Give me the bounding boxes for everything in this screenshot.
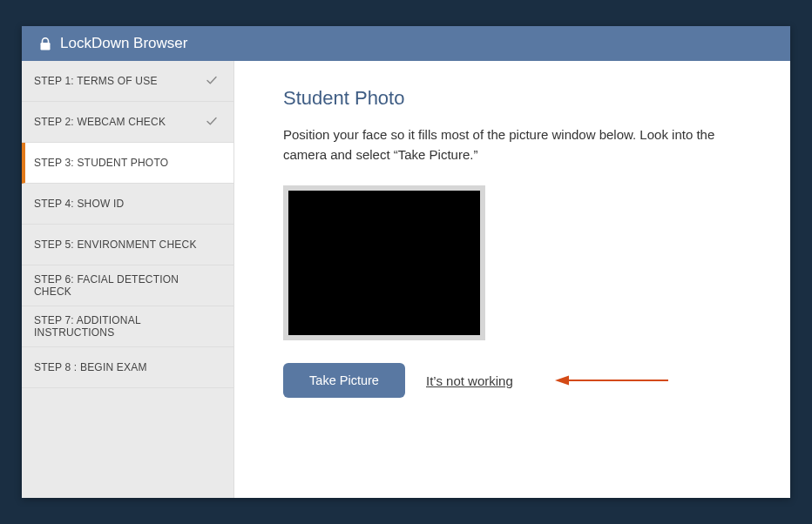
- camera-preview: [288, 191, 480, 335]
- sidebar-item-label: STEP 7: ADDITIONAL INSTRUCTIONS: [34, 314, 218, 339]
- sidebar: STEP 1: TERMS OF USE STEP 2: WEBCAM CHEC…: [22, 61, 234, 498]
- instructions-text: Position your face so it fills most of t…: [283, 125, 736, 165]
- sidebar-item-label: STEP 6: FACIAL DETECTION CHECK: [34, 273, 218, 298]
- sidebar-item-label: STEP 2: WEBCAM CHECK: [34, 116, 166, 128]
- app-window: LockDown Browser STEP 1: TERMS OF USE ST…: [22, 26, 790, 498]
- title-bar: LockDown Browser: [22, 26, 790, 61]
- sidebar-item-label: STEP 4: SHOW ID: [34, 198, 124, 210]
- check-icon: [206, 74, 218, 89]
- take-picture-button[interactable]: Take Picture: [283, 363, 405, 398]
- sidebar-item-label: STEP 3: STUDENT PHOTO: [34, 157, 168, 169]
- sidebar-item-step-2[interactable]: STEP 2: WEBCAM CHECK: [22, 102, 233, 143]
- arrow-annotation-icon: [553, 374, 671, 386]
- svg-marker-2: [555, 376, 569, 386]
- main-panel: Student Photo Position your face so it f…: [234, 61, 790, 498]
- sidebar-item-step-7[interactable]: STEP 7: ADDITIONAL INSTRUCTIONS: [22, 306, 233, 347]
- check-icon: [206, 115, 218, 130]
- action-row: Take Picture It’s not working: [283, 363, 741, 398]
- content-area: STEP 1: TERMS OF USE STEP 2: WEBCAM CHEC…: [22, 61, 790, 498]
- sidebar-item-step-8[interactable]: STEP 8 : BEGIN EXAM: [22, 347, 233, 388]
- app-title: LockDown Browser: [60, 35, 187, 52]
- sidebar-item-step-5[interactable]: STEP 5: ENVIRONMENT CHECK: [22, 225, 233, 265]
- lock-icon: [39, 37, 51, 50]
- sidebar-item-step-3[interactable]: STEP 3: STUDENT PHOTO: [22, 143, 233, 184]
- page-title: Student Photo: [283, 87, 741, 110]
- its-not-working-link[interactable]: It’s not working: [426, 373, 513, 388]
- sidebar-item-label: STEP 8 : BEGIN EXAM: [34, 361, 147, 373]
- sidebar-item-label: STEP 1: TERMS OF USE: [34, 75, 158, 87]
- camera-preview-frame: [283, 185, 485, 340]
- sidebar-item-label: STEP 5: ENVIRONMENT CHECK: [34, 238, 197, 251]
- sidebar-item-step-1[interactable]: STEP 1: TERMS OF USE: [22, 61, 233, 102]
- sidebar-item-step-6[interactable]: STEP 6: FACIAL DETECTION CHECK: [22, 265, 233, 306]
- sidebar-item-step-4[interactable]: STEP 4: SHOW ID: [22, 184, 233, 225]
- svg-rect-0: [41, 43, 51, 50]
